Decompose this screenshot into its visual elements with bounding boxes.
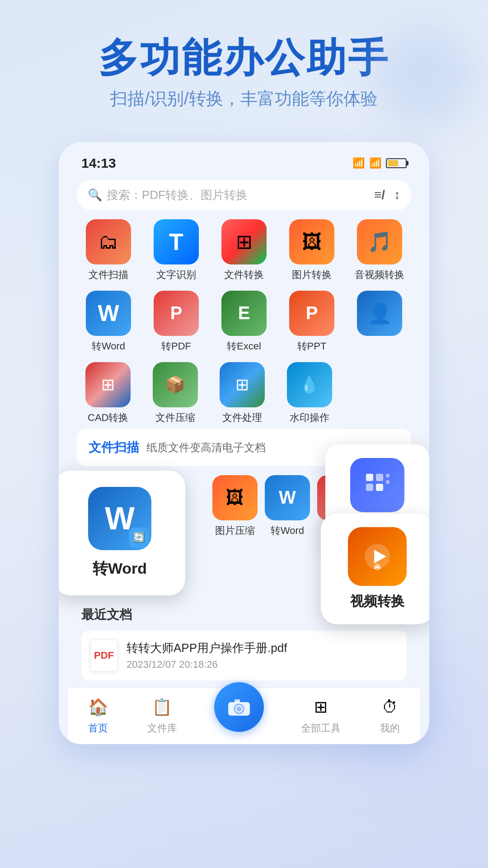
svg-rect-12: [235, 699, 240, 703]
tool-ppt-label: 转PPT: [297, 340, 327, 353]
camera-button[interactable]: [214, 682, 264, 732]
battery-icon: [386, 158, 407, 168]
ppt-icon: P: [289, 291, 334, 336]
nav-home-label: 首页: [88, 722, 108, 735]
sort-icon[interactable]: ↕: [394, 188, 400, 202]
popup-word[interactable]: W 🔄 转Word: [59, 471, 185, 595]
popup-video-icon: [348, 527, 407, 586]
hero-section: 多功能办公助手 扫描/识别/转换，丰富功能等你体验: [0, 0, 488, 128]
status-bar: 14:13 📶 📶: [68, 151, 420, 175]
excel-icon: E: [221, 291, 267, 336]
tool-to-ppt[interactable]: P 转PPT: [280, 291, 343, 353]
svg-point-11: [236, 706, 242, 712]
wifi-icon: 📶: [369, 157, 381, 169]
status-time: 14:13: [81, 156, 116, 171]
tool-av-convert[interactable]: 🎵 音视频转换: [348, 219, 411, 282]
bottom-nav: 🏠 首页 📋 文件库 ⊞ 全部工具 ⏱ 我的: [68, 688, 420, 744]
nav-alltools[interactable]: ⊞ 全部工具: [301, 695, 341, 735]
svg-rect-3: [376, 484, 383, 491]
quick-to-word[interactable]: W 转Word: [265, 475, 310, 538]
tools-grid-row3: ⊞ CAD转换 📦 文件压缩 ⊞ 文件处理 💧 水印操作: [68, 358, 350, 429]
quick-word-label: 转Word: [271, 524, 304, 538]
scan-banner-desc: 纸质文件变高清电子文档: [146, 440, 266, 455]
hero-subtitle: 扫描/识别/转换，丰富功能等你体验: [27, 87, 461, 110]
tool-text-label: 文字识别: [156, 268, 196, 282]
popup-video[interactable]: 视频转换: [321, 514, 429, 624]
doc-info: 转转大师APP用户操作手册.pdf 2023/12/07 20:18:26: [127, 640, 398, 670]
popup-word-label: 转Word: [93, 558, 147, 579]
search-bar[interactable]: 🔍 搜索：PDF转换、图片转换 ≡/ ↕: [77, 180, 411, 210]
tool-user[interactable]: 👤: [348, 291, 411, 353]
tool-cad-label: CAD转换: [88, 411, 128, 425]
svg-rect-1: [376, 474, 383, 481]
tool-fileprocess[interactable]: ⊞ 文件处理: [211, 362, 274, 425]
doc-date: 2023/12/07 20:18:26: [127, 659, 398, 670]
tool-cad[interactable]: ⊞ CAD转换: [77, 362, 140, 425]
pdf-icon: P: [154, 291, 199, 336]
watermark-icon: 💧: [287, 362, 332, 407]
tool-convert-label: 文件转换: [224, 268, 264, 282]
tool-watermark-label: 水印操作: [290, 411, 329, 425]
tool-scan[interactable]: 🗂 文件扫描: [77, 219, 140, 282]
scan-banner-title: 文件扫描: [89, 439, 139, 456]
quick-img-icon: 🖼: [212, 475, 258, 520]
tools-grid-row1: 🗂 文件扫描 T 文字识别 ⊞ 文件转换 🖼 图片转换 🎵 音视频转换: [68, 215, 420, 286]
tool-compress[interactable]: 📦 文件压缩: [144, 362, 207, 425]
popup-compress-icon: [350, 458, 404, 512]
signal-icon: 📶: [352, 157, 365, 169]
cad-icon: ⊞: [85, 362, 131, 407]
svg-rect-5: [386, 480, 389, 484]
text-icon: T: [154, 219, 199, 264]
nav-mine[interactable]: ⏱ 我的: [378, 695, 402, 735]
quick-img-label: 图片压缩: [215, 524, 255, 538]
image-icon: 🖼: [289, 219, 334, 264]
compress-icon: 📦: [153, 362, 198, 407]
tool-watermark[interactable]: 💧 水印操作: [278, 362, 341, 425]
tool-to-word[interactable]: W 转Word: [77, 291, 140, 353]
doc-name: 转转大师APP用户操作手册.pdf: [127, 640, 398, 656]
search-right: ≡/ ↕: [374, 188, 400, 202]
nav-files-label: 文件库: [147, 722, 177, 735]
home-icon: 🏠: [86, 695, 110, 719]
tool-text-recognize[interactable]: T 文字识别: [145, 219, 208, 282]
nav-home[interactable]: 🏠 首页: [86, 695, 110, 735]
nav-mine-label: 我的: [380, 722, 400, 735]
popup-video-label: 视频转换: [350, 592, 404, 611]
tool-word-label: 转Word: [92, 340, 125, 353]
tool-scan-label: 文件扫描: [89, 268, 128, 282]
doc-item[interactable]: PDF 转转大师APP用户操作手册.pdf 2023/12/07 20:18:2…: [81, 631, 407, 680]
phone-mockup: 14:13 📶 📶 🔍 搜索：PDF转换、图片转换 ≡/ ↕ 🗂 文件扫描 T …: [59, 142, 429, 744]
tool-fileprocess-label: 文件处理: [222, 411, 262, 425]
nav-files[interactable]: 📋 文件库: [147, 695, 177, 735]
nav-alltools-label: 全部工具: [301, 722, 341, 735]
tool-image-convert[interactable]: 🖼 图片转换: [280, 219, 343, 282]
av-icon: 🎵: [357, 219, 402, 264]
svg-rect-2: [366, 484, 373, 491]
tool-to-excel[interactable]: E 转Excel: [212, 291, 276, 353]
tool-image-label: 图片转换: [292, 268, 332, 282]
tool-to-pdf[interactable]: P 转PDF: [145, 291, 208, 353]
search-placeholder: 搜索：PDF转换、图片转换: [107, 187, 248, 203]
quick-img-compress[interactable]: 🖼 图片压缩: [212, 475, 258, 538]
tools-grid-row2: W 转Word P 转PDF E 转Excel P 转PPT 👤: [68, 286, 420, 358]
pdf-file-icon: PDF: [90, 640, 117, 671]
svg-rect-4: [386, 474, 389, 477]
nav-camera[interactable]: [214, 698, 264, 732]
files-icon: 📋: [150, 695, 174, 719]
tool-file-convert[interactable]: ⊞ 文件转换: [212, 219, 276, 282]
fileprocess-icon: ⊞: [220, 362, 265, 407]
convert-badge: 🔄: [129, 528, 149, 547]
tool-compress-label: 文件压缩: [155, 411, 195, 425]
alltools-icon: ⊞: [309, 695, 333, 719]
search-glass-icon: 🔍: [88, 188, 102, 202]
convert-icon: ⊞: [221, 219, 267, 264]
user-icon: 👤: [357, 291, 402, 336]
word-icon: W: [86, 291, 131, 336]
list-icon[interactable]: ≡/: [374, 188, 385, 202]
quick-word-icon: W: [265, 475, 310, 520]
svg-rect-0: [366, 474, 373, 481]
tool-av-label: 音视频转换: [355, 268, 404, 282]
tool-pdf-label: 转PDF: [161, 340, 191, 353]
hero-title: 多功能办公助手: [27, 36, 461, 80]
popup-word-icon: W 🔄: [88, 487, 151, 550]
